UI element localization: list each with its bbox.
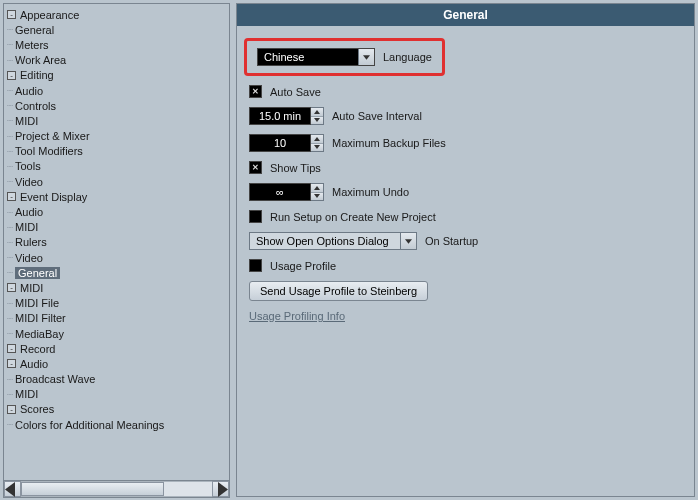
- collapse-icon[interactable]: -: [7, 405, 16, 414]
- tree-node-eventdisplay[interactable]: - Event Display: [7, 189, 227, 204]
- tree-node-appearance-workarea[interactable]: ┈Work Area: [7, 53, 227, 68]
- tree-node-scores-colors[interactable]: ┈Colors for Additional Meanings: [7, 417, 227, 432]
- spinner[interactable]: [311, 134, 324, 152]
- svg-marker-5: [314, 137, 320, 141]
- scroll-track[interactable]: [21, 481, 212, 497]
- collapse-icon[interactable]: -: [7, 359, 16, 368]
- collapse-icon[interactable]: -: [7, 192, 16, 201]
- on-startup-label: On Startup: [425, 235, 478, 247]
- tree-node-appearance-meters[interactable]: ┈Meters: [7, 37, 227, 52]
- scroll-right-button[interactable]: [212, 481, 229, 497]
- max-backup-label: Maximum Backup Files: [332, 137, 446, 149]
- svg-marker-2: [363, 55, 370, 59]
- tree-node-record-broadcastwave[interactable]: ┈Broadcast Wave: [7, 372, 227, 387]
- scroll-left-button[interactable]: [4, 481, 21, 497]
- scroll-thumb[interactable]: [21, 482, 164, 496]
- svg-marker-8: [314, 194, 320, 198]
- collapse-icon[interactable]: -: [7, 10, 16, 19]
- spin-down-icon[interactable]: [311, 144, 323, 152]
- language-highlight: Chinese Language: [244, 38, 445, 76]
- tree-node-midi-file[interactable]: ┈MIDI File: [7, 296, 227, 311]
- on-startup-dropdown[interactable]: Show Open Options Dialog: [249, 232, 417, 250]
- tree-node-record-audio[interactable]: - Audio: [7, 356, 227, 371]
- tree-label: Appearance: [20, 9, 79, 21]
- show-tips-label: Show Tips: [270, 162, 321, 174]
- tree-node-appearance-general[interactable]: ┈General: [7, 22, 227, 37]
- on-startup-value: Show Open Options Dialog: [250, 233, 400, 249]
- tree-node-scores[interactable]: - Scores: [7, 402, 227, 417]
- language-value: Chinese: [258, 49, 358, 65]
- max-undo-value: ∞: [249, 183, 311, 201]
- tree-node-eventdisplay-video[interactable]: ┈Video: [7, 250, 227, 265]
- tree-node-editing-controls[interactable]: ┈Controls: [7, 98, 227, 113]
- tree-node-general[interactable]: ┈ General: [7, 265, 227, 280]
- tree-node-midi[interactable]: - MIDI: [7, 280, 227, 295]
- spin-up-icon[interactable]: [311, 184, 323, 193]
- tree-node-editing-tools[interactable]: ┈Tools: [7, 159, 227, 174]
- auto-save-interval-label: Auto Save Interval: [332, 110, 422, 122]
- show-tips-checkbox[interactable]: [249, 161, 262, 174]
- collapse-icon[interactable]: -: [7, 283, 16, 292]
- svg-marker-0: [5, 482, 15, 497]
- spin-down-icon[interactable]: [311, 193, 323, 201]
- language-label: Language: [383, 51, 432, 63]
- svg-marker-6: [314, 145, 320, 149]
- send-usage-button[interactable]: Send Usage Profile to Steinberg: [249, 281, 428, 301]
- tree-node-editing-video[interactable]: ┈Video: [7, 174, 227, 189]
- language-dropdown[interactable]: Chinese: [257, 48, 375, 66]
- tree-node-record[interactable]: - Record: [7, 341, 227, 356]
- category-tree[interactable]: - Appearance ┈General ┈Meters ┈Work Area…: [4, 4, 229, 480]
- dropdown-arrow-icon[interactable]: [358, 49, 374, 65]
- auto-save-interval-value: 15.0 min: [249, 107, 311, 125]
- tree-node-editing[interactable]: - Editing: [7, 68, 227, 83]
- max-backup-field[interactable]: 10: [249, 134, 324, 152]
- usage-profiling-link[interactable]: Usage Profiling Info: [249, 310, 345, 322]
- spin-down-icon[interactable]: [311, 117, 323, 125]
- svg-marker-9: [405, 239, 412, 243]
- spinner[interactable]: [311, 107, 324, 125]
- spinner[interactable]: [311, 183, 324, 201]
- collapse-icon[interactable]: -: [7, 71, 16, 80]
- tree-node-editing-midi[interactable]: ┈MIDI: [7, 113, 227, 128]
- tree-node-eventdisplay-audio[interactable]: ┈Audio: [7, 204, 227, 219]
- panel-title: General: [237, 4, 694, 26]
- category-tree-panel: - Appearance ┈General ┈Meters ┈Work Area…: [3, 3, 230, 498]
- svg-marker-4: [314, 118, 320, 122]
- auto-save-checkbox[interactable]: [249, 85, 262, 98]
- tree-node-mediabay[interactable]: ┈ MediaBay: [7, 326, 227, 341]
- tree-horizontal-scrollbar[interactable]: [4, 480, 229, 497]
- tree-node-eventdisplay-midi[interactable]: ┈MIDI: [7, 220, 227, 235]
- usage-profile-checkbox[interactable]: [249, 259, 262, 272]
- usage-profile-label: Usage Profile: [270, 260, 336, 272]
- svg-marker-3: [314, 110, 320, 114]
- run-setup-label: Run Setup on Create New Project: [270, 211, 436, 223]
- spin-up-icon[interactable]: [311, 135, 323, 144]
- tree-node-editing-toolmod[interactable]: ┈Tool Modifiers: [7, 144, 227, 159]
- run-setup-checkbox[interactable]: [249, 210, 262, 223]
- max-backup-value: 10: [249, 134, 311, 152]
- svg-marker-1: [218, 482, 228, 497]
- tree-node-editing-audio[interactable]: ┈Audio: [7, 83, 227, 98]
- spin-up-icon[interactable]: [311, 108, 323, 117]
- tree-node-midi-filter[interactable]: ┈MIDI Filter: [7, 311, 227, 326]
- tree-node-record-midi[interactable]: ┈MIDI: [7, 387, 227, 402]
- tree-node-appearance[interactable]: - Appearance: [7, 7, 227, 22]
- tree-node-editing-projectmixer[interactable]: ┈Project & Mixer: [7, 129, 227, 144]
- dropdown-arrow-icon[interactable]: [400, 233, 416, 249]
- auto-save-label: Auto Save: [270, 86, 321, 98]
- collapse-icon[interactable]: -: [7, 344, 16, 353]
- tree-node-eventdisplay-rulers[interactable]: ┈Rulers: [7, 235, 227, 250]
- max-undo-field[interactable]: ∞: [249, 183, 324, 201]
- max-undo-label: Maximum Undo: [332, 186, 409, 198]
- preferences-dialog: - Appearance ┈General ┈Meters ┈Work Area…: [0, 0, 698, 500]
- auto-save-interval-field[interactable]: 15.0 min: [249, 107, 324, 125]
- svg-marker-7: [314, 186, 320, 190]
- settings-panel: General Chinese Language Auto Save: [236, 3, 695, 497]
